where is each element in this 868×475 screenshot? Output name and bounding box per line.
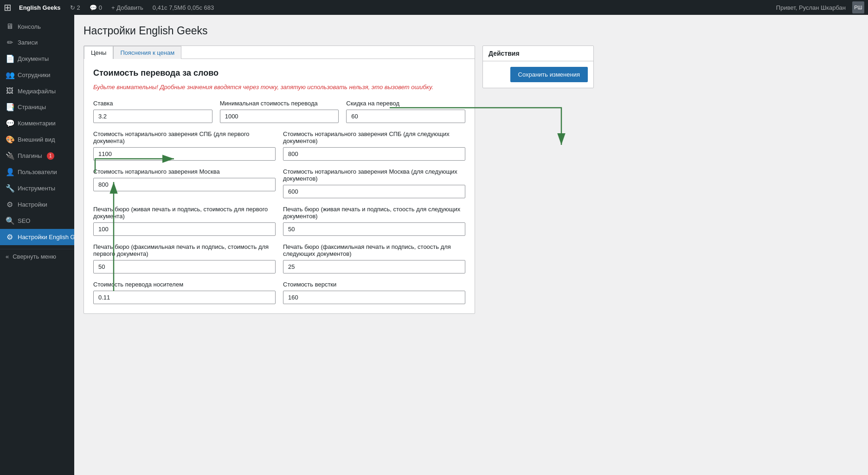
notarial-spb-next-input[interactable] — [283, 147, 465, 161]
sidebar-label: Плагины — [18, 152, 42, 159]
notarial-msk-next-input[interactable] — [283, 185, 465, 198]
sidebar-item-dokumenty[interactable]: 📄 Документы — [0, 51, 74, 67]
field-stoimost-verstki: Стоимость верстки — [283, 281, 465, 304]
field-notarial-spb-first: Стоимость нотариального заверения СПБ (д… — [93, 130, 276, 161]
sidebar-label: Консоль — [18, 23, 41, 30]
konsol-icon: 🖥 — [6, 22, 14, 31]
sidebar-label: Внешний вид — [18, 136, 55, 143]
sidebar-item-seo[interactable]: 🔍 SEO — [0, 213, 74, 229]
admin-bar: ⊞ English Geeks ↻ 2 💬 0 + Добавить 0,41с… — [0, 0, 868, 15]
sotrudniki-icon: 👥 — [6, 71, 14, 79]
adminbar-right: Привет, Руслан Шкарбан РШ — [776, 1, 864, 13]
collapse-menu[interactable]: « Свернуть меню — [0, 249, 74, 264]
media-icon: 🖼 — [6, 87, 14, 95]
skidka-input[interactable] — [346, 110, 465, 123]
sidebar-item-sotrudniki[interactable]: 👥 Сотрудники — [0, 67, 74, 83]
sidebar: 🖥 Консоль ✏ Записи 📄 Документы 👥 Сотрудн… — [0, 15, 74, 475]
perf-info: 0,41с 7,5Мб 0,05с 683 — [149, 0, 218, 15]
page-title: Настройки English Geeks — [84, 24, 594, 38]
sidebar-item-instrumenty[interactable]: 🔧 Инструменты — [0, 180, 74, 196]
side-panel: Действия Сохранить изменения — [482, 46, 594, 98]
field-notarial-msk: Стоимость нотариального заверения Москва — [93, 168, 276, 198]
sidebar-label: Страницы — [18, 104, 46, 111]
pechat-fax-first-input[interactable] — [93, 260, 276, 273]
stoimost-nositel-input[interactable] — [93, 291, 276, 304]
skidka-label: Скидка на перевод — [346, 100, 465, 107]
sidebar-label: Настройки English Geeks — [18, 234, 74, 241]
min-cost-label: Минимальная стоимость перевода — [220, 100, 339, 107]
form-row-6: Стоимость перевода носителем Стоимость в… — [93, 281, 465, 304]
comments-item[interactable]: 💬 0 — [86, 0, 106, 15]
pechat-live-next-label: Печать бюро (живая печать и подпись, сто… — [283, 206, 465, 220]
refresh-icon: ↻ — [70, 4, 75, 11]
add-new-item[interactable]: + Добавить — [108, 0, 147, 15]
wp-logo-icon[interactable]: ⊞ — [4, 2, 12, 13]
greeting-text: Привет, Руслан Шкарбан — [776, 4, 846, 11]
sidebar-item-nastrojki-eg[interactable]: ⚙ Настройки English Geeks — [0, 229, 74, 245]
pechat-live-next-input[interactable] — [283, 222, 465, 236]
tab-content-ceny: Стоимость перевода за слово Будьте внима… — [84, 59, 475, 313]
stavka-input[interactable] — [93, 110, 212, 123]
tab-ceny[interactable]: Цены — [84, 46, 113, 59]
plugin-icon: 🔌 — [6, 151, 14, 160]
field-notarial-msk-next: Стоимость нотариального заверения Москва… — [283, 168, 465, 198]
save-button[interactable]: Сохранить изменения — [510, 67, 588, 82]
sidebar-item-zapisi[interactable]: ✏ Записи — [0, 34, 74, 51]
field-skidka: Скидка на перевод — [346, 100, 465, 123]
sidebar-item-plaginy[interactable]: 🔌 Плагины 1 — [0, 148, 74, 164]
notarial-spb-first-input[interactable] — [93, 147, 276, 161]
main-postbox: Цены Пояснения к ценам Стоимость перевод… — [84, 46, 475, 314]
stoimost-verstki-input[interactable] — [283, 291, 465, 304]
comment-count: 0 — [99, 4, 102, 11]
notarial-spb-next-label: Стоимость нотариального заверения СПБ (д… — [283, 130, 465, 144]
sidebar-item-konsol[interactable]: 🖥 Консоль — [0, 19, 74, 34]
tab-poyasneniya[interactable]: Пояснения к ценам — [113, 46, 181, 59]
sidebar-label: Записи — [18, 39, 38, 46]
collapse-label: Свернуть меню — [13, 253, 56, 260]
pechat-fax-first-label: Печать бюро (факсимильная печать и подпи… — [93, 243, 276, 257]
sidebar-item-vneshnij-vid[interactable]: 🎨 Внешний вид — [0, 131, 74, 148]
field-pechat-fax-next: Печать бюро (факсимильная печать и подпи… — [283, 243, 465, 273]
stranicy-icon: 📑 — [6, 103, 14, 111]
sidebar-item-stranicy[interactable]: 📑 Страницы — [0, 99, 74, 115]
pechat-fax-next-input[interactable] — [283, 260, 465, 273]
settings-icon: ⚙ — [6, 200, 14, 209]
notarial-spb-first-label: Стоимость нотариального заверения СПБ (д… — [93, 130, 276, 144]
tabs-container: Цены Пояснения к ценам Стоимость перевод… — [84, 46, 475, 314]
form-row-5: Печать бюро (факсимильная печать и подпи… — [93, 243, 465, 273]
sidebar-item-mediafajly[interactable]: 🖼 Медиафайлы — [0, 83, 74, 99]
field-pechat-fax-first: Печать бюро (факсимильная печать и подпи… — [93, 243, 276, 273]
refresh-item[interactable]: ↻ 2 — [66, 0, 84, 15]
comment-nav-icon: 💬 — [6, 119, 14, 128]
min-cost-input[interactable] — [220, 110, 339, 123]
wrap: Настройки English Geeks Цены Пояснения к… — [84, 24, 594, 314]
dokumenty-icon: 📄 — [6, 54, 14, 63]
form-row-2: Стоимость нотариального заверения СПБ (д… — [93, 130, 465, 161]
zapisi-icon: ✏ — [6, 38, 14, 47]
pechat-live-first-input[interactable] — [93, 222, 276, 236]
refresh-count: 2 — [77, 4, 80, 11]
form-row-1: Ставка Минимальная стоимость перевода Ск… — [93, 100, 465, 123]
sidebar-label: Настройки — [18, 201, 47, 208]
notarial-msk-input[interactable] — [93, 178, 276, 191]
tab-bar: Цены Пояснения к ценам — [84, 46, 475, 59]
stoimost-nositel-label: Стоимость перевода носителем — [93, 281, 276, 288]
sidebar-label: Сотрудники — [18, 72, 50, 78]
sidebar-item-nastrojki[interactable]: ⚙ Настройки — [0, 196, 74, 213]
form-grid: Ставка Минимальная стоимость перевода Ск… — [93, 100, 465, 304]
actions-title: Действия — [483, 46, 593, 61]
field-stavka: Ставка — [93, 100, 212, 123]
sidebar-label: Документы — [18, 55, 49, 62]
pechat-fax-next-label: Печать бюро (факсимильная печать и подпи… — [283, 243, 465, 257]
eg-settings-icon: ⚙ — [6, 233, 14, 241]
stoimost-verstki-label: Стоимость верстки — [283, 281, 465, 288]
sidebar-item-polzovateli[interactable]: 👤 Пользователи — [0, 164, 74, 180]
sidebar-label: SEO — [18, 217, 30, 224]
sidebar-label: Пользователи — [18, 169, 57, 176]
site-name[interactable]: English Geeks — [15, 0, 64, 15]
notarial-msk-next-label: Стоимость нотариального заверения Москва… — [283, 168, 465, 182]
form-row-3: Стоимость нотариального заверения Москва… — [93, 168, 465, 198]
sidebar-item-kommentarii[interactable]: 💬 Комментарии — [0, 115, 74, 131]
notarial-msk-label: Стоимость нотариального заверения Москва — [93, 168, 276, 175]
warning-text: Будьте внимательны! Дробные значения вво… — [93, 84, 465, 91]
